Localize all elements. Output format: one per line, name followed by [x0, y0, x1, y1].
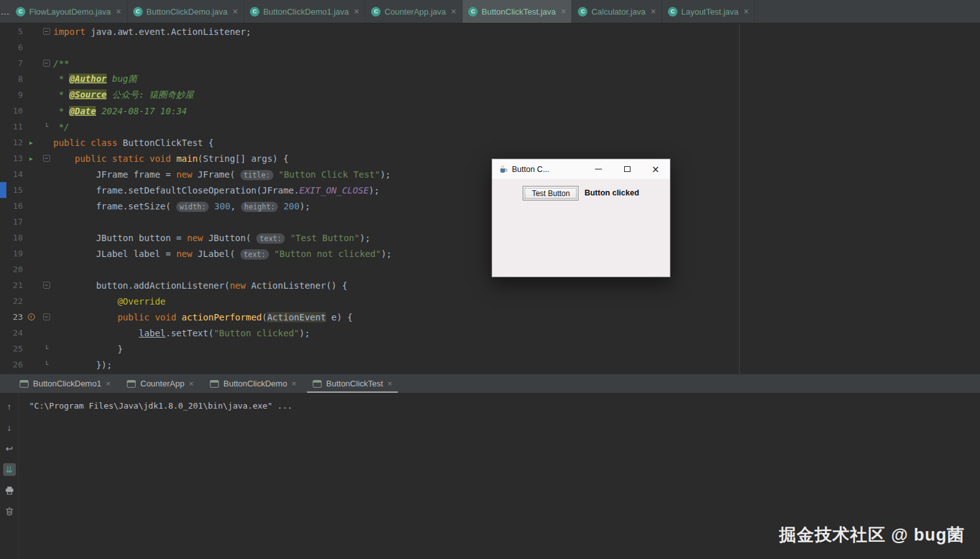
code-line[interactable]: 16 frame.setSize( width: 300, height: 20…: [0, 198, 980, 214]
java-class-icon: C: [578, 7, 587, 16]
tab-ButtonClickTest.java[interactable]: CButtonClickTest.java×: [462, 0, 572, 23]
run-tab-ButtonClickDemo[interactable]: ButtonClickDemo×: [202, 374, 304, 393]
console-window-icon: [20, 380, 29, 388]
editor[interactable]: 5−import java.awt.event.ActionListener;6…: [0, 23, 980, 374]
code-line[interactable]: 14 JFrame frame = new JFrame( title: "Bu…: [0, 166, 980, 182]
tab-close-icon[interactable]: ×: [354, 6, 359, 16]
tab-FlowLayoutDemo.java[interactable]: CFlowLayoutDemo.java×: [10, 0, 127, 23]
tab-close-icon[interactable]: ×: [651, 6, 656, 16]
code-line[interactable]: 15 frame.setDefaultCloseOperation(JFrame…: [0, 182, 980, 198]
code-token: [53, 154, 75, 164]
tab-close-icon[interactable]: ×: [561, 6, 566, 16]
code-token: JButton button =: [53, 233, 187, 243]
tab-ButtonClickDemo1.java[interactable]: CButtonClickDemo1.java×: [244, 0, 365, 23]
swing-dialog[interactable]: Button C... × Test Button Button clicked: [492, 159, 670, 277]
code-token: title:: [240, 170, 273, 180]
code-token: ButtonClickTest {: [117, 138, 214, 148]
line-number: 7: [0, 58, 23, 68]
console-output[interactable]: "C:\Program Files\Java\jdk1.8.0_201\bin\…: [19, 393, 292, 559]
run-tab-close-icon[interactable]: ×: [106, 379, 111, 388]
code-token: JLabel label =: [53, 249, 176, 259]
close-button[interactable]: ×: [641, 159, 670, 179]
run-tab-close-icon[interactable]: ×: [292, 379, 297, 388]
code-token: *: [53, 89, 69, 100]
tab-ButtonClickDemo.java[interactable]: CButtonClickDemo.java×: [127, 0, 244, 23]
code-line[interactable]: 9 * @Source 公众号: 猿圈奇妙屋: [0, 87, 980, 103]
code-text: button.addActionListener(new ActionListe…: [53, 280, 348, 291]
code-line[interactable]: 12▶public class ButtonClickTest {: [0, 135, 980, 150]
run-tab-CounterApp[interactable]: CounterApp×: [119, 374, 202, 393]
fold-end-icon[interactable]: └: [44, 123, 48, 130]
gutter-icon-slot: ▶: [23, 140, 39, 146]
code-token: );: [299, 328, 310, 338]
run-icon[interactable]: ▶: [29, 155, 32, 162]
code-line[interactable]: 5−import java.awt.event.ActionListener;: [0, 23, 980, 39]
code-token: [171, 154, 176, 164]
maximize-button[interactable]: [613, 159, 641, 179]
code-line[interactable]: 22 @Override: [0, 293, 980, 309]
java-class-icon: C: [468, 7, 478, 16]
fold-collapse-icon[interactable]: −: [43, 60, 50, 67]
tab-LayoutTest.java[interactable]: CLayoutTest.java×: [662, 0, 755, 23]
code-line[interactable]: 21− button.addActionListener(new ActionL…: [0, 277, 980, 293]
up-arrow-icon[interactable]: ↑: [3, 400, 16, 413]
tab-Calculator.java[interactable]: CCalculator.java×: [572, 0, 662, 23]
code-line[interactable]: 26└ });: [0, 357, 980, 372]
fold-collapse-icon[interactable]: −: [43, 155, 50, 162]
tab-close-icon[interactable]: ×: [116, 6, 121, 16]
code-text: JFrame frame = new JFrame( title: "Butto…: [53, 169, 391, 180]
code-token: JButton(: [203, 233, 256, 243]
code-line[interactable]: 25└ }: [0, 341, 980, 357]
code-token: @Source: [69, 89, 107, 100]
print-icon[interactable]: [3, 484, 16, 497]
code-line[interactable]: 24 label.setText("Button clicked");: [0, 325, 980, 341]
code-token: frame.setSize(: [53, 201, 176, 211]
run-icon[interactable]: ▶: [29, 140, 32, 146]
run-tab-ButtonClickTest[interactable]: ButtonClickTest×: [304, 374, 400, 393]
code-token: frame.setDefaultCloseOperation(JFrame.: [53, 185, 299, 195]
code-token: new: [230, 280, 245, 291]
code-text: * @Author bug菌: [53, 74, 137, 85]
code-line[interactable]: 10 * @Date 2024-08-17 10:34: [0, 103, 980, 119]
soft-wrap-icon[interactable]: ↩: [3, 442, 16, 455]
clear-icon[interactable]: [3, 505, 16, 518]
java-class-icon: C: [16, 7, 25, 16]
dialog-titlebar[interactable]: Button C... ×: [492, 159, 670, 179]
minimize-button[interactable]: [584, 159, 613, 179]
tab-overflow-indicator[interactable]: …: [0, 0, 10, 23]
fold-collapse-icon[interactable]: −: [43, 28, 50, 35]
run-tab-close-icon[interactable]: ×: [388, 379, 393, 388]
code-line[interactable]: 11└ */: [0, 119, 980, 135]
dialog-content: Test Button Button clicked: [492, 179, 670, 277]
down-arrow-icon[interactable]: ↓: [3, 421, 16, 434]
code-line[interactable]: 8 * @Author bug菌: [0, 71, 980, 87]
code-line[interactable]: 18 JButton button = new JButton( text: "…: [0, 230, 980, 246]
scroll-to-end-icon[interactable]: ⇊: [3, 463, 16, 476]
code-line[interactable]: 13▶− public static void main(String[] ar…: [0, 150, 980, 166]
code-line[interactable]: 17: [0, 214, 980, 230]
code-line[interactable]: 7−/**: [0, 55, 980, 71]
fold-slot: −: [39, 282, 53, 289]
code-token: main: [176, 154, 198, 164]
fold-collapse-icon[interactable]: −: [43, 313, 50, 320]
run-tab-ButtonClickDemo1[interactable]: ButtonClickDemo1×: [11, 374, 119, 393]
run-tab-close-icon[interactable]: ×: [189, 379, 194, 388]
run-tab-label: ButtonClickTest: [326, 379, 383, 388]
code-line[interactable]: 20: [0, 261, 980, 277]
fold-collapse-icon[interactable]: −: [43, 282, 50, 289]
code-line[interactable]: 6: [0, 39, 980, 55]
tab-CounterApp.java[interactable]: CCounterApp.java×: [365, 0, 462, 23]
tab-close-icon[interactable]: ×: [451, 6, 456, 16]
fold-end-icon[interactable]: └: [44, 361, 48, 368]
tab-close-icon[interactable]: ×: [743, 6, 748, 16]
line-number: 14: [0, 169, 23, 179]
code-line[interactable]: 19 JLabel label = new JLabel( text: "But…: [0, 246, 980, 261]
code-token: [53, 328, 139, 338]
fold-end-icon[interactable]: └: [44, 345, 48, 352]
tab-close-icon[interactable]: ×: [233, 6, 238, 16]
override-icon[interactable]: ↑: [28, 313, 35, 320]
code-line[interactable]: 23↑− public void actionPerformed(ActionE…: [0, 309, 980, 325]
test-button[interactable]: Test Button: [523, 186, 578, 201]
line-number: 20: [0, 265, 23, 274]
code-token: e) {: [326, 312, 353, 322]
